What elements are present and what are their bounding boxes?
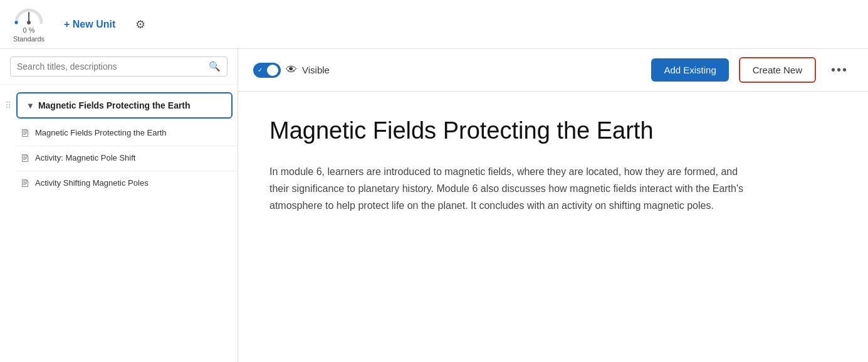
content-toolbar: 👁 Visible Add Existing Create New ••• [238,49,868,92]
document-icon: 🖹 [20,128,30,139]
new-unit-label: + New Unit [64,19,115,30]
toggle-knob [267,65,278,76]
unit-title: Magnetic Fields Protecting the Earth [38,100,191,111]
gauge-chart [13,6,45,25]
sub-item-title: Magnetic Fields Protecting the Earth [35,127,167,139]
search-icon: 🔍 [209,61,221,72]
sidebar-search-area: 🔍 [0,49,238,85]
top-bar: 0 % Standards + New Unit ⚙ [0,0,868,49]
standards-label: Standards [13,35,44,43]
content-area: 👁 Visible Add Existing Create New ••• Ma… [238,49,868,362]
search-input[interactable] [17,61,204,72]
unit-item[interactable]: ▼ Magnetic Fields Protecting the Earth [16,92,233,119]
list-item[interactable]: 🖹 Activity Shifting Magnetic Poles [15,171,238,196]
main-layout: 🔍 ⠿ ▼ Magnetic Fields Protecting the Ear… [0,49,868,362]
toggle-wrap: 👁 Visible [253,63,330,78]
standards-gauge: 0 % Standards [10,6,48,43]
chevron-down-icon: ▼ [26,101,34,110]
sidebar: 🔍 ⠿ ▼ Magnetic Fields Protecting the Ear… [0,49,238,362]
new-unit-button[interactable]: + New Unit [58,15,122,34]
visible-label: Visible [302,65,330,75]
search-input-wrap[interactable]: 🔍 [10,56,227,77]
sub-item-title: Activity: Magnetic Pole Shift [35,152,135,164]
more-options-button[interactable]: ••• [826,60,853,80]
unit-row: ⠿ ▼ Magnetic Fields Protecting the Earth [0,90,238,121]
list-item[interactable]: 🖹 Magnetic Fields Protecting the Earth [15,121,238,146]
list-item[interactable]: 🖹 Activity: Magnetic Pole Shift [15,146,238,171]
add-existing-button[interactable]: Add Existing [651,58,728,82]
sub-items-list: 🖹 Magnetic Fields Protecting the Earth 🖹… [0,121,238,196]
eye-icon: 👁 [286,63,297,77]
standards-percent: 0 % [23,26,35,34]
document-icon: 🖹 [20,178,30,189]
gear-button[interactable]: ⚙ [132,14,149,35]
more-icon: ••• [831,63,848,77]
content-description: In module 6, learners are introduced to … [269,163,746,215]
page-title: Magnetic Fields Protecting the Earth [269,117,837,146]
sub-item-title: Activity Shifting Magnetic Poles [35,178,149,189]
gear-icon: ⚙ [135,18,145,31]
drag-handle-icon[interactable]: ⠿ [3,99,14,112]
content-body: Magnetic Fields Protecting the Earth In … [238,92,868,362]
create-new-button[interactable]: Create New [739,57,816,83]
visibility-toggle[interactable] [253,63,281,78]
sidebar-list: ⠿ ▼ Magnetic Fields Protecting the Earth… [0,85,238,362]
svg-point-1 [27,21,31,24]
document-icon: 🖹 [20,153,30,164]
